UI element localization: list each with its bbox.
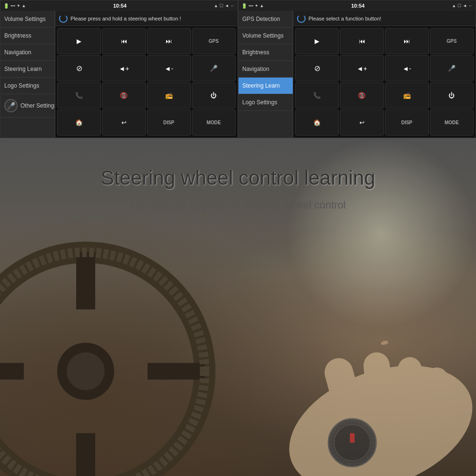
window-icon-r: ☐: [457, 3, 461, 8]
btn-vol-up-right[interactable]: ◄+: [340, 55, 384, 81]
back-nav-icon-r: ◄: [463, 3, 467, 8]
bt-icon-r: ✦: [255, 3, 258, 8]
btn-gps-right[interactable]: GPS: [430, 28, 474, 54]
other-settings-label: Other Settings: [20, 102, 55, 109]
btn-call-right[interactable]: 📞: [295, 82, 339, 109]
sidebar-item-brightness[interactable]: Brightness: [0, 28, 55, 44]
sidebar-item-navigation[interactable]: Navigation: [0, 44, 55, 61]
screen-left: 🔋 ▪▪▪ ✦ ▲ 10:54 ▲ ☐ ◄ ← Volume Settings …: [0, 0, 238, 138]
buttons-panel-left: Please press and hold a steering wheet b…: [55, 11, 238, 138]
btn-end-call-right[interactable]: 📵: [340, 82, 384, 109]
btn-disp-right[interactable]: DISP: [385, 109, 429, 136]
hero-title: Steering wheel control learning: [101, 167, 376, 189]
signal-icon-r: ▪▪▪: [248, 3, 253, 8]
expand-icon-r: ▲: [452, 3, 456, 8]
microphone-icon: 🎤: [7, 102, 15, 109]
btn-radio-right[interactable]: 📻: [385, 82, 429, 109]
left-arrow-icon-r: ←: [468, 3, 473, 8]
btn-play-right[interactable]: ▶: [295, 28, 339, 54]
btn-mode-right[interactable]: MODE: [430, 109, 474, 136]
sidebar-left: Volume Settings Brightness Navigation St…: [0, 11, 55, 138]
sidebar-item-steering-learn[interactable]: Steering Learn: [0, 61, 55, 78]
btn-vol-down-right[interactable]: ◄-: [385, 55, 429, 81]
btn-disp-left[interactable]: DISP: [147, 109, 191, 136]
btn-mic-right[interactable]: 🎤: [430, 55, 474, 81]
signal-icon: ▪▪▪: [10, 3, 15, 8]
sidebar-item-steering-learn-r[interactable]: Steering Learn: [238, 78, 293, 94]
sidebar-item-other-settings[interactable]: 🎤 Other Settings: [0, 94, 55, 118]
status-icons-right: 🔋 ▪▪▪ ✦ ▲: [241, 3, 264, 9]
sidebar-item-brightness-r[interactable]: Brightness: [238, 44, 293, 61]
btn-next-left[interactable]: ⏭: [147, 28, 191, 54]
wifi-icon: ▲: [22, 3, 26, 8]
bt-icon: ✦: [17, 3, 20, 8]
refresh-icon-right: [297, 14, 306, 23]
status-right-right: ▲ ☐ ◄ ←: [452, 3, 473, 8]
btn-end-call-left[interactable]: 📵: [102, 82, 146, 109]
instruction-text-right: Please select a function button!: [308, 16, 381, 21]
btn-vol-down-left[interactable]: ◄-: [147, 55, 191, 81]
btn-back-right[interactable]: ↩: [340, 109, 384, 136]
screen-left-content: Volume Settings Brightness Navigation St…: [0, 11, 238, 138]
btn-mute-right[interactable]: ⊘: [295, 55, 339, 81]
back-nav-icon: ◄: [225, 3, 229, 8]
btn-mic-left[interactable]: 🎤: [192, 55, 236, 81]
btn-call-left[interactable]: 📞: [57, 82, 101, 109]
status-time-right: 10:54: [351, 3, 365, 9]
btn-home-right[interactable]: 🏠: [295, 109, 339, 136]
sidebar-item-logo-settings-r[interactable]: Logo Settings: [238, 94, 293, 111]
btn-radio-left[interactable]: 📻: [147, 82, 191, 109]
btn-mute-left[interactable]: ⊘: [57, 55, 101, 81]
btn-prev-left[interactable]: ⏮: [102, 28, 146, 54]
sidebar-item-logo-settings[interactable]: Logo Settings: [0, 78, 55, 94]
hero-subtitle: Can use the original car steering wheel …: [130, 199, 346, 211]
screen-right: 🔋 ▪▪▪ ✦ ▲ 10:54 ▲ ☐ ◄ ← GPS Detection Vo…: [238, 0, 476, 138]
left-arrow-icon: ←: [230, 3, 235, 8]
controls-grid-left: ▶ ⏮ ⏭ GPS ⊘ ◄+ ◄- 🎤 📞 📵 📻 ⏻ 🏠 ↩: [55, 26, 238, 138]
btn-gps-left[interactable]: GPS: [192, 28, 236, 54]
sidebar-item-gps-detection[interactable]: GPS Detection: [238, 11, 293, 28]
instruction-bar-right: Please select a function button!: [293, 11, 476, 26]
btn-mode-left[interactable]: MODE: [192, 109, 236, 136]
window-icon: ☐: [219, 3, 223, 8]
btn-play-left[interactable]: ▶: [57, 28, 101, 54]
status-icons-left: 🔋 ▪▪▪ ✦ ▲: [3, 3, 26, 9]
sidebar-item-navigation-r[interactable]: Navigation: [238, 61, 293, 78]
btn-next-right[interactable]: ⏭: [385, 28, 429, 54]
status-right-left: ▲ ☐ ◄ ←: [214, 3, 235, 8]
hero-text-overlay: Steering wheel control learning Can use …: [0, 138, 476, 476]
buttons-panel-right: Please select a function button! ▶ ⏮ ⏭ G…: [293, 11, 476, 138]
sidebar-item-volume-settings[interactable]: Volume Settings: [0, 11, 55, 28]
btn-vol-up-left[interactable]: ◄+: [102, 55, 146, 81]
instruction-text-left: Please press and hold a steering wheet b…: [70, 16, 181, 21]
sidebar-item-volume-settings-r[interactable]: Volume Settings: [238, 28, 293, 44]
status-bar-left: 🔋 ▪▪▪ ✦ ▲ 10:54 ▲ ☐ ◄ ←: [0, 0, 238, 11]
screen-right-content: GPS Detection Volume Settings Brightness…: [238, 11, 476, 138]
btn-power-left[interactable]: ⏻: [192, 82, 236, 109]
btn-power-right[interactable]: ⏻: [430, 82, 474, 109]
btn-prev-right[interactable]: ⏮: [340, 28, 384, 54]
status-bar-right: 🔋 ▪▪▪ ✦ ▲ 10:54 ▲ ☐ ◄ ←: [238, 0, 476, 11]
battery-icon-r: 🔋: [241, 3, 247, 9]
instruction-bar-left: Please press and hold a steering wheet b…: [55, 11, 238, 26]
btn-home-left[interactable]: 🏠: [57, 109, 101, 136]
btn-back-left[interactable]: ↩: [102, 109, 146, 136]
wifi-icon-r: ▲: [260, 3, 264, 8]
sidebar-right: GPS Detection Volume Settings Brightness…: [238, 11, 293, 138]
mic-circle-icon: 🎤: [4, 99, 18, 112]
battery-icon: 🔋: [3, 3, 9, 9]
hero-section: Steering wheel control learning Can use …: [0, 138, 476, 476]
controls-grid-right: ▶ ⏮ ⏭ GPS ⊘ ◄+ ◄- 🎤 📞 📵 📻 ⏻ 🏠 ↩: [293, 26, 476, 138]
expand-icon: ▲: [214, 3, 218, 8]
refresh-icon-left: [59, 14, 68, 23]
status-time-left: 10:54: [113, 3, 127, 9]
